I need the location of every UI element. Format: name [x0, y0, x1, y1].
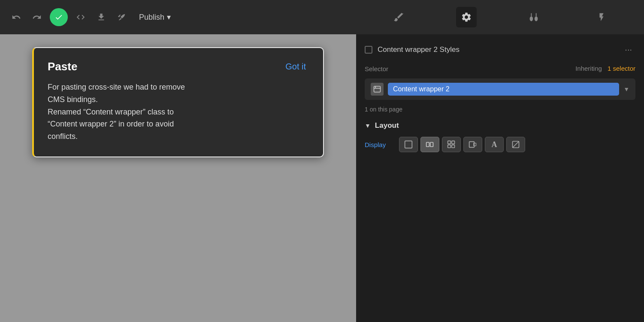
svg-line-15 — [513, 141, 519, 148]
svg-point-1 — [535, 16, 538, 21]
display-options: A — [399, 137, 525, 152]
publish-chevron: ▾ — [167, 12, 171, 22]
right-toolbar — [356, 0, 644, 34]
section-title: Content wrapper 2 Styles — [378, 45, 616, 54]
paste-body-line2: CMS bindings. — [48, 95, 98, 104]
publish-button[interactable]: Publish ▾ — [135, 10, 175, 24]
selector-row: Selector Inheriting 1 selector — [365, 65, 635, 72]
svg-rect-6 — [426, 142, 429, 147]
canvas-area: Paste Got it For pasting cross-site we h… — [0, 34, 356, 322]
toolbar: Publish ▾ — [0, 0, 356, 34]
display-inline-block-option[interactable] — [463, 137, 482, 152]
selector-dropdown[interactable]: Content wrapper 2 ▼ — [365, 78, 635, 100]
paste-body-line5: conflicts. — [48, 132, 78, 141]
section-header: Content wrapper 2 Styles ··· — [365, 43, 635, 56]
code-toggle-button[interactable] — [73, 9, 88, 25]
display-flex-option[interactable] — [420, 137, 439, 152]
paste-body-line3: Renamed “Content wrapper” class to — [48, 108, 174, 116]
svg-rect-11 — [452, 145, 455, 148]
publish-label: Publish — [139, 13, 164, 22]
paste-body-line1: For pasting cross-site we had to remove — [48, 83, 185, 91]
export-button[interactable] — [94, 9, 109, 25]
undo-button[interactable] — [9, 9, 24, 25]
selector-name: Content wrapper 2 — [388, 83, 619, 96]
display-row: Display — [365, 137, 635, 152]
left-panel: Publish ▾ Paste Got it For pasting cross… — [0, 0, 356, 322]
svg-rect-10 — [448, 145, 451, 148]
layout-arrow-icon[interactable]: ▼ — [365, 122, 371, 129]
paste-card-header: Paste Got it — [48, 60, 309, 73]
layout-section-header: ▼ Layout — [365, 121, 635, 130]
selector-arrow-icon: ▼ — [623, 86, 629, 93]
svg-rect-2 — [374, 86, 381, 92]
paste-body-line4: “Content wrapper 2” in order to avoid — [48, 120, 174, 128]
inheriting-count: 1 selector — [608, 65, 635, 72]
brush-tool-button[interactable] — [388, 7, 409, 27]
inheriting-text: Inheriting — [575, 65, 602, 72]
svg-rect-9 — [452, 141, 455, 144]
rocket-button[interactable] — [114, 9, 130, 25]
got-it-button[interactable]: Got it — [282, 60, 309, 73]
bolt-tool-button[interactable] — [591, 7, 612, 27]
inline-icon: A — [492, 140, 497, 149]
svg-point-0 — [530, 16, 533, 21]
right-content: Content wrapper 2 Styles ··· Selector In… — [356, 34, 644, 322]
gear-tool-button[interactable] — [456, 7, 477, 27]
selector-icon — [371, 83, 384, 96]
display-block-option[interactable] — [399, 137, 418, 152]
display-inline-option[interactable]: A — [485, 137, 504, 152]
section-checkbox[interactable] — [365, 46, 372, 54]
more-options-button[interactable]: ··· — [621, 43, 635, 56]
right-panel: Content wrapper 2 Styles ··· Selector In… — [356, 0, 644, 322]
display-label: Display — [365, 141, 395, 148]
check-button[interactable] — [50, 8, 68, 26]
on-page-text: 1 on this page — [365, 106, 635, 113]
display-none-option[interactable] — [506, 137, 525, 152]
paste-title: Paste — [48, 60, 77, 73]
svg-rect-5 — [405, 141, 412, 148]
display-grid-option[interactable] — [442, 137, 461, 152]
svg-rect-7 — [430, 142, 433, 147]
layout-title: Layout — [375, 121, 399, 130]
drops-tool-button[interactable] — [523, 7, 544, 27]
paste-body: For pasting cross-site we had to remove … — [48, 81, 309, 143]
svg-rect-8 — [448, 141, 451, 144]
selector-label: Selector — [365, 65, 388, 72]
redo-button[interactable] — [29, 9, 45, 25]
inheriting-info: Inheriting 1 selector — [575, 65, 635, 72]
paste-card: Paste Got it For pasting cross-site we h… — [32, 47, 324, 157]
